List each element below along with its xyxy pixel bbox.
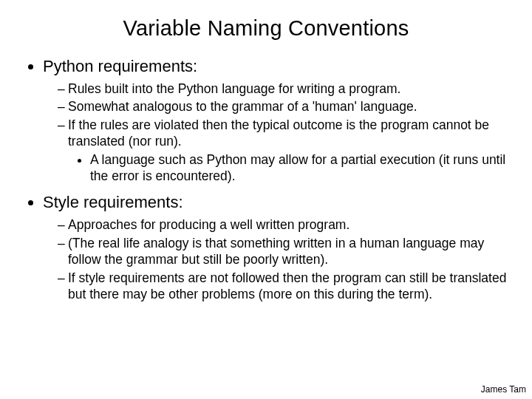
content-list: Python requirements: Rules built into th… bbox=[25, 57, 507, 302]
section-items: Approaches for producing a well written … bbox=[43, 216, 507, 302]
bullet-item: If style requirements are not followed t… bbox=[58, 270, 507, 303]
slide-title: Variable Naming Conventions bbox=[25, 16, 507, 41]
bullet-text: Rules built into the Python language for… bbox=[68, 81, 400, 96]
sub-items: A language such as Python may allow for … bbox=[68, 151, 507, 185]
bullet-text: If style requirements are not followed t… bbox=[68, 270, 506, 301]
slide: Variable Naming Conventions Python requi… bbox=[0, 0, 532, 399]
sub-bullet-text: A language such as Python may allow for … bbox=[90, 152, 505, 183]
bullet-item: If the rules are violated then the typic… bbox=[58, 117, 507, 185]
bullet-text: Approaches for producing a well written … bbox=[68, 217, 349, 232]
bullet-text: If the rules are violated then the typic… bbox=[68, 117, 489, 149]
bullet-item: Approaches for producing a well written … bbox=[58, 216, 507, 233]
section-heading: Style requirements: Approaches for produ… bbox=[43, 193, 507, 302]
section-heading-text: Python requirements: bbox=[43, 57, 197, 75]
bullet-text: (The real life analogy is that something… bbox=[68, 236, 484, 267]
section-heading: Python requirements: Rules built into th… bbox=[43, 57, 507, 184]
footer-author: James Tam bbox=[481, 384, 526, 395]
section-heading-text: Style requirements: bbox=[43, 193, 183, 211]
bullet-item: Rules built into the Python language for… bbox=[58, 81, 507, 97]
bullet-text: Somewhat analogous to the grammar of a '… bbox=[68, 99, 417, 114]
section-items: Rules built into the Python language for… bbox=[43, 81, 507, 184]
bullet-item: (The real life analogy is that something… bbox=[58, 235, 507, 268]
bullet-item: Somewhat analogous to the grammar of a '… bbox=[58, 98, 507, 115]
sub-bullet-item: A language such as Python may allow for … bbox=[90, 151, 507, 185]
